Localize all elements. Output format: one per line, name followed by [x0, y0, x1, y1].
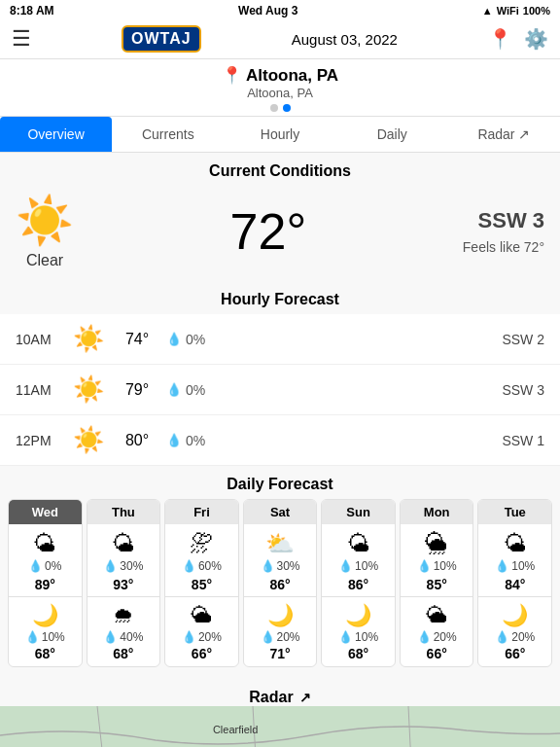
drop-night-thu: 💧 [103, 630, 118, 644]
logo-text: OWTAJ [131, 30, 192, 48]
daily-col-thu: Thu 🌤 💧30% 93° 🌧 💧40% 68° [87, 499, 161, 667]
hourly-wind-2: SSW 1 [502, 433, 544, 448]
hourly-temp-1: 79° [108, 381, 166, 399]
current-wind: SSW 3 [463, 208, 544, 233]
hourly-row-11am: 11AM ☀️ 79° 💧0% SSW 3 [0, 365, 560, 415]
daily-col-tue: Tue 🌤 💧10% 84° 🌙 💧20% 66° [477, 499, 552, 667]
current-feels-like: Feels like 72° [463, 239, 544, 255]
location-sub: Altoona, PA [0, 86, 560, 100]
hourly-title: Hourly Forecast [0, 281, 560, 314]
daily-night-icon-tue: 🌙 [478, 599, 551, 630]
daily-night-icon-wed: 🌙 [9, 599, 82, 630]
daily-hi-sun: 86° [322, 573, 395, 594]
wifi-icon: WiFi [497, 5, 519, 17]
drop-night-tue: 💧 [495, 630, 509, 644]
radar-share-icon[interactable]: ↗ [299, 690, 311, 705]
location-dot-2[interactable] [283, 104, 291, 112]
status-right-icons: ▲ WiFi 100% [482, 5, 550, 17]
daily-col-sun: Sun 🌤 💧10% 86° 🌙 💧10% 68° [321, 499, 396, 667]
daily-night-precip-sat: 💧20% [244, 630, 317, 644]
hourly-section: Hourly Forecast 10AM ☀️ 74° 💧0% SSW 2 11… [0, 281, 560, 466]
daily-title: Daily Forecast [8, 466, 552, 499]
daily-hi-thu: 93° [88, 573, 160, 594]
daily-section: Daily Forecast Wed 🌤 💧0% 89° 🌙 💧10% 68° … [0, 466, 560, 679]
daily-night-precip-wed: 💧10% [9, 630, 82, 644]
daily-night-icon-fri: 🌥 [165, 599, 238, 630]
drop-sun: 💧 [338, 559, 353, 573]
daily-divider-tue [478, 596, 551, 597]
status-bar: 8:18 AM Wed Aug 3 ▲ WiFi 100% [0, 0, 560, 21]
current-condition-label: Clear [26, 252, 63, 269]
drop-night-mon: 💧 [417, 630, 432, 644]
tab-currents[interactable]: Currents [112, 117, 224, 152]
daily-lo-sat: 71° [244, 644, 317, 666]
hourly-time-0: 10AM [16, 332, 69, 347]
hourly-temp-2: 80° [108, 432, 166, 449]
daily-hi-fri: 85° [165, 573, 238, 594]
hourly-wind-1: SSW 3 [502, 382, 544, 398]
drop-sat: 💧 [261, 559, 275, 573]
daily-col-mon: Mon 🌦 💧10% 85° 🌥 💧20% 66° [400, 499, 474, 667]
tab-hourly[interactable]: Hourly [224, 117, 335, 152]
radar-section: Radar ↗ 80 80 Clearfield State College L… [0, 679, 560, 747]
daily-divider-sat [244, 596, 317, 597]
daily-lo-sun: 68° [322, 644, 395, 666]
daily-lo-mon: 66° [401, 644, 473, 666]
current-temp-display: 72° [230, 202, 307, 261]
daily-divider-wed [9, 596, 82, 597]
daily-icon-sun: 🌤 [322, 524, 395, 559]
daily-night-precip-mon: 💧20% [401, 630, 473, 644]
drop-thu: 💧 [103, 559, 118, 573]
location-icon[interactable]: 📍 [488, 27, 512, 51]
hourly-icon-1: ☀️ [69, 374, 108, 405]
daily-lo-fri: 66° [165, 644, 238, 666]
hourly-icon-2: ☀️ [69, 425, 108, 455]
hourly-time-1: 11AM [16, 382, 69, 398]
daily-night-precip-sun: 💧10% [322, 630, 395, 644]
daily-hi-mon: 85° [401, 573, 473, 594]
location-dot-1[interactable] [270, 104, 278, 112]
daily-precip-mon: 💧10% [401, 559, 473, 573]
daily-night-precip-thu: 💧40% [88, 630, 160, 644]
status-time: 8:18 AM [10, 4, 54, 18]
location-bar: 📍 Altoona, PA Altoona, PA [0, 59, 560, 117]
daily-precip-fri: 💧60% [165, 559, 238, 573]
drop-wed: 💧 [28, 559, 43, 573]
daily-day-sun: Sun [322, 500, 395, 524]
current-conditions-title: Current Conditions [0, 153, 560, 186]
daily-lo-tue: 66° [478, 644, 551, 666]
daily-divider-thu [88, 596, 160, 597]
daily-precip-sun: 💧10% [322, 559, 395, 573]
daily-precip-wed: 💧0% [9, 559, 82, 573]
current-weather-icon: ☀️ [16, 194, 74, 248]
app-logo: OWTAJ [122, 25, 201, 53]
radar-map[interactable]: 80 80 Clearfield State College Lewistown [0, 706, 560, 747]
location-city: 📍 Altoona, PA [0, 65, 560, 86]
hourly-time-2: 12PM [16, 433, 69, 448]
tab-radar[interactable]: Radar ↗ [448, 117, 560, 152]
daily-night-icon-sat: 🌙 [244, 599, 317, 630]
daily-icon-thu: 🌤 [88, 524, 160, 559]
daily-lo-wed: 68° [9, 644, 82, 666]
drop-night-sun: 💧 [338, 630, 353, 644]
daily-precip-sat: 💧30% [244, 559, 317, 573]
map-label-clearfield: Clearfield [213, 724, 258, 735]
settings-icon[interactable]: ⚙️ [524, 27, 548, 51]
menu-button[interactable]: ☰ [12, 26, 31, 52]
daily-divider-sun [322, 596, 395, 597]
current-right: SSW 3 Feels like 72° [463, 208, 544, 255]
daily-day-thu: Thu [88, 500, 160, 524]
drop-fri: 💧 [182, 559, 196, 573]
hourly-temp-0: 74° [108, 331, 166, 348]
drop-night-sat: 💧 [261, 630, 275, 644]
status-date: Wed Aug 3 [238, 4, 298, 18]
daily-precip-tue: 💧10% [478, 559, 551, 573]
tab-overview[interactable]: Overview [0, 117, 112, 152]
drop-icon-0: 💧 [166, 332, 182, 346]
tab-daily[interactable]: Daily [336, 117, 448, 152]
drop-night-fri: 💧 [182, 630, 196, 644]
nav-tabs: Overview Currents Hourly Daily Radar ↗ [0, 117, 560, 153]
daily-divider-fri [165, 596, 238, 597]
daily-night-icon-mon: 🌥 [401, 599, 473, 630]
daily-day-fri: Fri [165, 500, 238, 524]
